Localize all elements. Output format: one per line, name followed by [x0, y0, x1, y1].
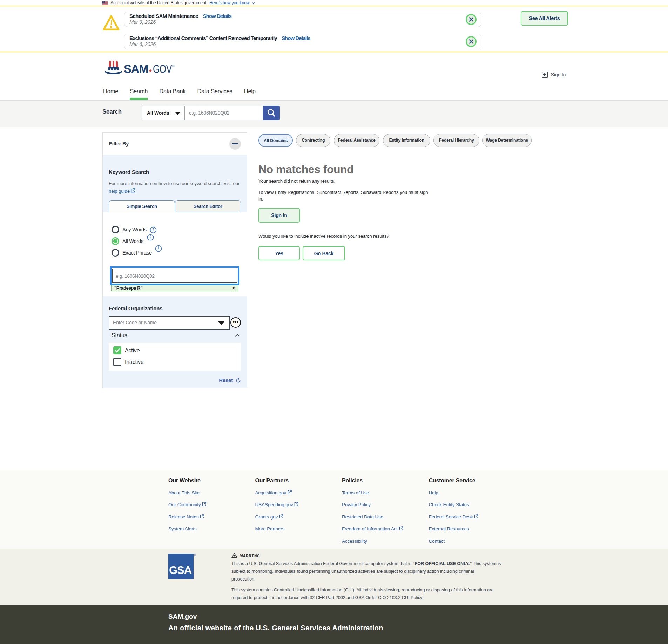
svg-text:★: ★ — [109, 68, 112, 71]
svg-text:GSA: GSA — [169, 564, 192, 576]
svg-text:®: ® — [194, 553, 196, 557]
svg-text:★: ★ — [112, 68, 115, 71]
svg-text:★: ★ — [115, 68, 117, 71]
